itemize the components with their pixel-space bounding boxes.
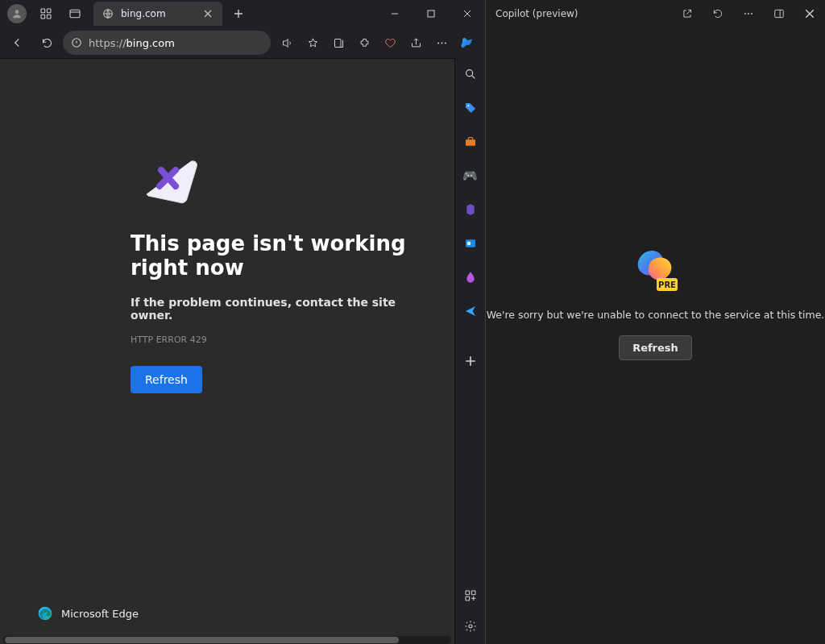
minimize-button[interactable] [376, 0, 412, 27]
svg-rect-7 [428, 10, 434, 17]
scrollbar-thumb[interactable] [5, 637, 399, 643]
svg-rect-2 [47, 9, 51, 13]
back-button[interactable] [5, 30, 31, 56]
copilot-pane: Copilot (preview) [486, 0, 825, 644]
svg-point-25 [751, 13, 752, 15]
copilot-open-external-button[interactable] [672, 0, 703, 27]
error-code: HTTP ERROR 429 [131, 334, 437, 345]
read-aloud-button[interactable] [274, 30, 300, 56]
copilot-error-message: We're sorry but we're unable to connect … [487, 309, 825, 321]
dots-icon [436, 37, 448, 49]
site-info-icon [71, 37, 82, 48]
tab-favicon [102, 7, 114, 20]
collections-icon [333, 37, 345, 49]
tab-close-button[interactable] [201, 7, 214, 20]
performance-button[interactable] [377, 30, 403, 56]
copilot-reload-button[interactable] [703, 0, 733, 27]
profile-avatar[interactable] [3, 0, 31, 27]
plus-icon [234, 9, 243, 19]
tab-title: bing.com [121, 8, 195, 19]
copilot-close-button[interactable] [794, 0, 825, 27]
titlebar: bing.com [0, 0, 485, 27]
browser-brand: Microsoft Edge [37, 605, 139, 621]
customize-icon [464, 589, 477, 602]
gear-icon [464, 620, 477, 633]
send-icon [464, 305, 477, 318]
close-window-button[interactable] [449, 0, 485, 27]
svg-rect-1 [41, 9, 45, 13]
more-menu-button[interactable] [429, 30, 454, 56]
sidebar-send[interactable] [459, 300, 482, 322]
sidebar-settings[interactable] [459, 615, 482, 638]
svg-rect-26 [775, 10, 784, 17]
copilot-titlebar: Copilot (preview) [486, 0, 825, 27]
window-controls [376, 0, 485, 27]
error-title: This page isn't working right now [131, 231, 437, 280]
outlook-icon [464, 237, 477, 250]
svg-rect-16 [466, 139, 475, 145]
copilot-refresh-button[interactable]: Refresh [619, 335, 692, 360]
external-icon [682, 8, 693, 19]
browser-brand-name: Microsoft Edge [61, 608, 139, 620]
svg-point-12 [444, 42, 446, 44]
reload-icon [41, 37, 53, 49]
collections-button[interactable] [325, 30, 351, 56]
copilot-icon [460, 35, 475, 50]
tag-icon [464, 102, 477, 114]
address-bar-right [274, 30, 480, 56]
horizontal-scrollbar[interactable] [3, 636, 451, 644]
sidebar-shopping[interactable] [459, 97, 482, 119]
svg-point-14 [466, 70, 472, 77]
error-subtitle: If the problem continues, contact the si… [131, 296, 437, 322]
plus-icon [465, 355, 476, 367]
copilot-toggle-button[interactable] [454, 30, 480, 56]
svg-point-22 [469, 625, 472, 628]
copilot-pre-badge: PRE [658, 280, 676, 289]
sidebar-add[interactable] [459, 350, 482, 372]
copilot-dock-button[interactable] [764, 0, 794, 27]
extensions-button[interactable] [351, 30, 377, 56]
tab-actions-icon [68, 7, 81, 20]
sidebar-tools[interactable] [459, 131, 482, 153]
url-box[interactable]: https://bing.com [63, 31, 271, 55]
sidebar-search[interactable] [459, 63, 482, 85]
avatar-icon [7, 4, 27, 23]
drop-icon [464, 271, 477, 284]
page-viewport: This page isn't working right now If the… [0, 58, 454, 644]
heart-pulse-icon [384, 37, 396, 49]
svg-rect-21 [466, 596, 470, 600]
reload-icon [712, 8, 723, 19]
close-icon [204, 10, 212, 18]
copilot-more-button[interactable] [733, 0, 764, 27]
reload-button[interactable] [34, 30, 60, 56]
close-icon [463, 10, 471, 18]
workspaces-button[interactable] [32, 0, 60, 27]
url-prefix: https:// [89, 37, 126, 49]
svg-point-23 [744, 13, 746, 15]
tab-actions-button[interactable] [61, 0, 89, 27]
sidebar-customize[interactable] [459, 584, 482, 607]
share-button[interactable] [403, 30, 429, 56]
sidebar-drop[interactable] [459, 266, 482, 289]
new-tab-button[interactable] [227, 2, 250, 25]
sidebar-m365[interactable] [459, 198, 482, 221]
content-row: This page isn't working right now If the… [0, 58, 485, 644]
page-refresh-button[interactable]: Refresh [131, 366, 202, 393]
copilot-title: Copilot (preview) [495, 8, 578, 19]
copilot-controls [672, 0, 825, 27]
sidebar-games[interactable]: 🎮 [459, 164, 482, 187]
svg-rect-4 [47, 15, 51, 19]
toolbox-icon [464, 135, 477, 148]
favorite-button[interactable] [300, 30, 325, 56]
svg-point-24 [748, 13, 749, 15]
search-icon [464, 68, 477, 81]
svg-point-0 [15, 10, 19, 14]
maximize-button[interactable] [412, 0, 449, 27]
tab[interactable]: bing.com [93, 2, 222, 26]
sidebar-outlook[interactable] [459, 232, 482, 255]
svg-point-18 [466, 242, 471, 246]
copilot-logo: PRE [632, 247, 679, 294]
star-icon [307, 37, 319, 49]
svg-rect-9 [334, 39, 341, 47]
svg-rect-19 [466, 591, 470, 595]
